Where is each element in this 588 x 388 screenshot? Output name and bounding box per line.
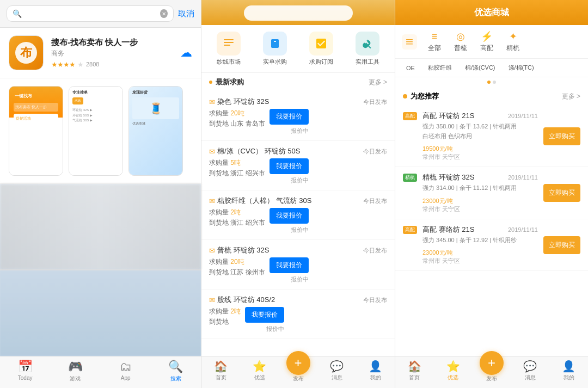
today-icon: 📅 xyxy=(18,360,33,374)
screenshot-1: 一键找布 找布卖布 快人一步 促销活动 xyxy=(9,86,63,176)
app-category: 商务 xyxy=(51,49,173,58)
app-details: 搜布-找布卖布 快人一步 商务 ★★★★ ★ 2808 xyxy=(51,38,173,69)
badge-0: 高配 xyxy=(403,112,417,120)
product-info-2: 高配 赛络纺 21S 2019/11/11 强力 345.00 | 条干 12.… xyxy=(422,225,538,266)
star-icon: ⭐ xyxy=(253,360,266,373)
icon-real-order[interactable]: 实单求购 xyxy=(263,32,287,66)
tools-icon xyxy=(356,32,379,56)
badge-2: 高配 xyxy=(403,226,417,234)
rating-count: 2808 xyxy=(86,61,99,67)
preview-area xyxy=(0,184,201,356)
screenshots: 一键找布 找布卖布 快人一步 促销活动 专注接单 求购 环锭纺 32S ▶ 环锭… xyxy=(0,78,201,184)
screenshot-3: 发现好货 🧵 优选商城 xyxy=(128,86,183,176)
report-btn-4[interactable]: 我要报价 xyxy=(245,307,284,323)
filter-tabs-row2: OE 粘胶纤维 棉/涤(CVC) 涤/棉(TC) xyxy=(395,59,588,77)
purchase-list: ✉ 染色 环锭纺 32S 今日发布 求购量 20吨 到货地 山东 青岛市 我要报… xyxy=(201,91,395,356)
icon-tools[interactable]: 实用工具 xyxy=(356,32,379,66)
icon-yarn-market[interactable]: 纱线市场 xyxy=(217,32,241,66)
recommend-header: 为您推荐 更多 > xyxy=(395,87,588,106)
nav-today[interactable]: 📅 Today xyxy=(0,360,50,383)
buy-btn-0[interactable]: 立即购买 xyxy=(543,127,580,145)
games-icon: 🎮 xyxy=(68,360,83,374)
product-date-0: 2019/11/11 xyxy=(508,113,538,119)
left-panel: 🔍 搜布 ✕ 取消 布 搜布-找布卖布 快人一步 商务 ★★★★ ★ 2808 … xyxy=(0,0,201,388)
filter-tab-combed[interactable]: ✦ 精梳 xyxy=(504,29,522,54)
report-btn-1[interactable]: 我要报价 xyxy=(270,158,309,174)
filter-cvc[interactable]: 棉/涤(CVC) xyxy=(461,62,500,73)
product-list: 高配 高配 环锭纺 21S 2019/11/11 强力 358.00 | 条干 … xyxy=(395,106,588,356)
user-icon: 👤 xyxy=(369,360,382,373)
mid-nav-home[interactable]: 🏠 首页 xyxy=(201,360,240,383)
filter-viscose[interactable]: 粘胶纤维 xyxy=(424,62,456,73)
purchase-item-4: ✉ 股线 环锭纺 40S/2 今日发布 求购量 2吨 到货地 我要报价 报价中 xyxy=(201,290,395,339)
filter-tc[interactable]: 涤/棉(TC) xyxy=(504,62,538,73)
nav-games[interactable]: 🎮 游戏 xyxy=(50,360,100,383)
message-icon: 💬 xyxy=(330,360,344,373)
right-nav-publish[interactable]: + 发布 xyxy=(473,360,511,383)
product-price-2: 23000元/吨 xyxy=(422,247,538,257)
search-nav-icon: 🔍 xyxy=(168,360,183,374)
more-button[interactable]: 更多 > xyxy=(369,78,387,87)
right-panel: 优选商城 ≡ 全部 ◎ 普梳 ⚡ 高配 ✦ 精梳 OE 粘胶纤维 棉/涤(CVC… xyxy=(395,0,588,388)
product-specs-0: 强力 358.00 | 条干 13.62 | 针机两用白坯布用 色织布用 xyxy=(422,122,538,141)
mid-quick-icons: 纱线市场 实单求购 求购订阅 实用工具 xyxy=(201,25,395,73)
right-bottom-nav: 🏠 首页 ⭐ 优选 + 发布 💬 消息 👤 我的 xyxy=(395,356,588,388)
product-name-0: 高配 环锭纺 21S xyxy=(422,111,474,121)
tools-label: 实用工具 xyxy=(356,58,379,66)
purchase-item-1: ✉ 棉/涤（CVC） 环锭纺 50S 今日发布 求购量 5吨 到货地 浙江 绍兴… xyxy=(201,141,395,190)
mid-search-bar[interactable] xyxy=(244,5,353,21)
filter-tab-common[interactable]: ◎ 普梳 xyxy=(452,29,469,54)
mid-nav-message[interactable]: 💬 消息 xyxy=(317,360,356,383)
svg-rect-2 xyxy=(224,45,230,46)
item-title-2: ✉ 粘胶纤维（人棉） 气流纺 30S xyxy=(209,196,311,206)
mid-nav-publish[interactable]: + 发布 xyxy=(279,360,317,383)
mid-nav-mine[interactable]: 👤 我的 xyxy=(356,360,395,383)
mid-panel: 纱线市场 实单求购 求购订阅 实用工具 最新求购 更多 > xyxy=(201,0,395,388)
product-price-0: 19500元/吨 xyxy=(422,143,538,153)
cancel-button[interactable]: 取消 xyxy=(178,9,194,19)
right-nav-mine[interactable]: 👤 我的 xyxy=(549,360,588,383)
screenshot-2: 专注接单 求购 环锭纺 32S ▶ 环锭纺 50S ▶ 气流纺 30S ▶ xyxy=(69,86,123,176)
dot-2 xyxy=(493,81,496,84)
search-box: 🔍 搜布 ✕ xyxy=(7,5,174,22)
product-specs-2: 强力 345.00 | 条干 12.92 | 针织用纱 xyxy=(422,236,538,245)
ss1-text: 一键找布 xyxy=(14,91,58,101)
all-icon: ≡ xyxy=(432,31,438,42)
filter-oe[interactable]: OE xyxy=(402,63,419,73)
purchase-label: 求购订阅 xyxy=(309,58,333,66)
product-item-0: 高配 高配 环锭纺 21S 2019/11/11 强力 358.00 | 条干 … xyxy=(395,106,588,167)
filter-tab-high[interactable]: ⚡ 高配 xyxy=(478,29,495,54)
right-message-icon: 💬 xyxy=(523,360,537,373)
recommend-more-btn[interactable]: 更多 > xyxy=(562,92,580,101)
item-title-0: ✉ 染色 环锭纺 32S xyxy=(209,97,269,107)
mid-nav-preferred[interactable]: ⭐ 优选 xyxy=(240,360,279,383)
filter-list-icon[interactable] xyxy=(402,34,417,50)
download-button[interactable]: ☁ xyxy=(180,46,192,60)
purchase-item-3: ✉ 普梳 环锭纺 32S 今日发布 求购量 20吨 到货地 江苏 徐州市 我要报… xyxy=(201,240,395,290)
filter-tab-all[interactable]: ≡ 全部 xyxy=(426,30,443,54)
product-location-0: 常州市 天宁区 xyxy=(422,153,538,161)
right-nav-preferred[interactable]: ⭐ 优选 xyxy=(434,360,473,383)
yarn-icon xyxy=(217,32,241,56)
mid-header xyxy=(201,0,395,25)
badge-1: 精梳 xyxy=(403,174,417,182)
fab-button[interactable]: + xyxy=(286,351,310,375)
nav-app[interactable]: 🗂 App xyxy=(101,360,151,383)
icon-purchase-subscribe[interactable]: 求购订阅 xyxy=(309,32,333,66)
buy-btn-1[interactable]: 立即购买 xyxy=(543,184,580,202)
right-fab-button[interactable]: + xyxy=(480,351,504,375)
yarn-label: 纱线市场 xyxy=(217,58,241,66)
buy-btn-2[interactable]: 立即购买 xyxy=(543,236,580,254)
report-btn-2[interactable]: 我要报价 xyxy=(270,208,309,224)
report-btn-3[interactable]: 我要报价 xyxy=(270,257,309,273)
search-input[interactable]: 搜布 xyxy=(25,9,157,18)
svg-rect-0 xyxy=(224,39,234,40)
right-nav-home[interactable]: 🏠 首页 xyxy=(395,360,434,383)
recommend-title: 为您推荐 xyxy=(403,91,439,101)
nav-search[interactable]: 🔍 搜索 xyxy=(151,360,201,383)
right-nav-message[interactable]: 💬 消息 xyxy=(511,360,549,383)
clear-button[interactable]: ✕ xyxy=(160,9,168,18)
product-location-2: 常州市 天宁区 xyxy=(422,257,538,265)
app-info: 布 搜布-找布卖布 快人一步 商务 ★★★★ ★ 2808 ☁ xyxy=(0,28,201,78)
report-btn-0[interactable]: 我要报价 xyxy=(270,109,309,125)
